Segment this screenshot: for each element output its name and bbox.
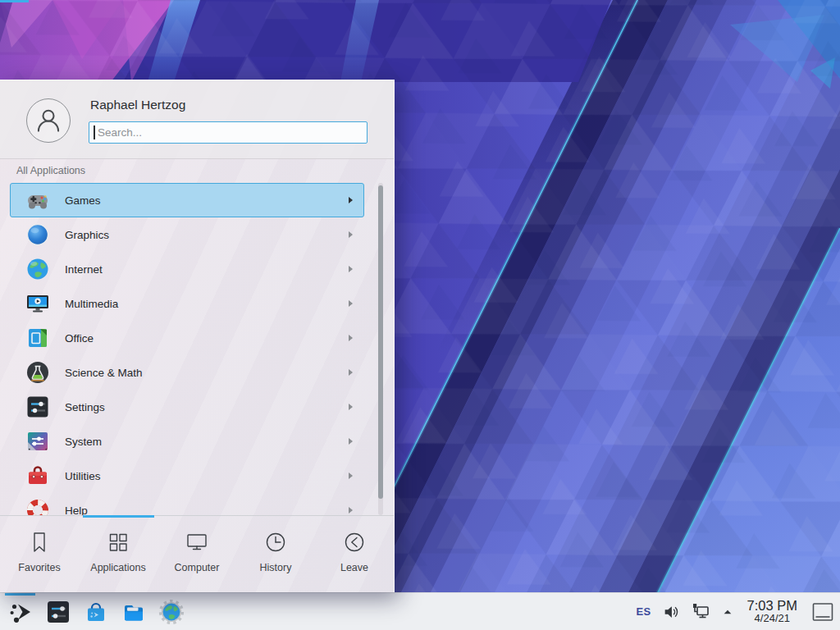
folder-icon	[121, 599, 147, 625]
category-item-games[interactable]: Games	[10, 183, 364, 217]
submenu-arrow-icon	[349, 404, 353, 410]
settings-app-icon	[45, 599, 71, 625]
submenu-arrow-icon	[349, 335, 353, 341]
expand-tray-icon[interactable]	[721, 605, 734, 619]
category-label: Graphics	[65, 229, 109, 241]
history-clock-icon	[263, 530, 288, 555]
category-label: Office	[65, 332, 94, 345]
tab-label: Computer	[175, 562, 220, 573]
launcher-header: Raphael Hertzog	[0, 80, 394, 159]
kickoff-launcher-button[interactable]	[7, 598, 34, 625]
category-label: Utilities	[65, 470, 101, 482]
submenu-arrow-icon	[349, 507, 353, 514]
browser-globe-gear-icon	[158, 599, 185, 625]
tab-favorites[interactable]: Favorites	[0, 516, 79, 593]
submenu-arrow-icon	[349, 300, 353, 307]
scrollbar-thumb[interactable]	[378, 185, 383, 499]
person-icon	[31, 103, 66, 138]
tab-history[interactable]: History	[236, 516, 315, 593]
category-item-multimedia[interactable]: Multimedia	[10, 286, 364, 321]
category-list: Games Graphics	[10, 183, 364, 515]
search-input[interactable]	[89, 121, 368, 144]
keyboard-layout-indicator[interactable]: ES	[637, 605, 651, 618]
tab-label: History	[260, 562, 292, 573]
sliders-icon	[25, 394, 51, 420]
category-label: Settings	[65, 401, 105, 413]
clock-date: 4/24/21	[755, 613, 790, 624]
user-name: Raphael Hertzog	[90, 98, 185, 112]
tab-label: Applications	[90, 562, 145, 573]
sphere-icon	[25, 221, 51, 248]
category-item-system[interactable]: System	[10, 424, 364, 459]
taskbar-panel: ES 7:03 PM 4/24/21	[0, 592, 840, 630]
category-item-science-math[interactable]: Science & Math	[10, 355, 364, 390]
discover-button[interactable]	[82, 598, 109, 625]
category-label: Help	[65, 504, 88, 516]
category-label: Internet	[65, 263, 103, 276]
category-label: Multimedia	[65, 298, 118, 310]
tab-applications[interactable]: Applications	[79, 516, 158, 593]
category-label: System	[65, 436, 102, 448]
computer-icon	[185, 530, 209, 555]
category-item-office[interactable]: Office	[10, 321, 364, 355]
system-settings-button[interactable]	[44, 598, 71, 625]
volume-icon[interactable]	[662, 603, 680, 621]
desktop: Raphael Hertzog All Applications	[0, 0, 840, 630]
leave-icon	[342, 530, 367, 555]
flask-icon	[25, 359, 51, 386]
kickoff-launcher-popup: Raphael Hertzog All Applications	[0, 80, 395, 592]
submenu-arrow-icon	[349, 438, 353, 445]
file-manager-button[interactable]	[120, 598, 147, 625]
category-item-help[interactable]: Help	[10, 493, 364, 515]
tab-computer[interactable]: Computer	[158, 516, 236, 593]
submenu-arrow-icon	[349, 369, 353, 376]
launcher-tab-bar: Favorites Applications Computer	[0, 515, 394, 593]
web-browser-button[interactable]	[158, 598, 185, 625]
submenu-arrow-icon	[349, 231, 353, 238]
toolbox-icon	[25, 463, 51, 489]
tab-label: Favorites	[18, 562, 60, 573]
text-caret	[94, 126, 95, 139]
user-avatar[interactable]	[26, 98, 71, 143]
gamepad-icon	[25, 187, 51, 213]
category-item-utilities[interactable]: Utilities	[10, 459, 364, 493]
kde-plasma-icon	[7, 599, 34, 625]
digital-clock[interactable]: 7:03 PM 4/24/21	[747, 599, 797, 625]
category-item-settings[interactable]: Settings	[10, 390, 364, 424]
active-task-indicator	[0, 0, 29, 2]
scrollbar[interactable]	[378, 183, 383, 515]
bookmark-icon	[27, 530, 52, 555]
lifebuoy-icon	[25, 497, 51, 515]
active-task-indicator	[5, 593, 35, 596]
category-item-internet[interactable]: Internet	[10, 252, 364, 286]
monitor-play-icon	[25, 290, 51, 317]
section-label: All Applications	[16, 165, 85, 176]
network-icon[interactable]	[691, 602, 710, 622]
show-desktop-icon	[810, 600, 835, 624]
category-label: Science & Math	[65, 367, 143, 379]
submenu-arrow-icon	[349, 472, 353, 479]
globe-icon	[25, 256, 51, 282]
discover-bag-icon	[83, 599, 109, 625]
submenu-arrow-icon	[349, 266, 353, 272]
system-tray: ES 7:03 PM 4/24/21	[637, 599, 835, 625]
system-sliders-icon	[25, 428, 51, 454]
category-item-graphics[interactable]: Graphics	[10, 217, 364, 252]
tab-label: Leave	[340, 562, 368, 573]
show-desktop-button[interactable]	[810, 600, 835, 624]
clock-time: 7:03 PM	[747, 599, 797, 614]
active-tab-indicator	[83, 515, 154, 518]
app-grid-icon	[106, 530, 130, 555]
category-label: Games	[65, 194, 101, 207]
document-icon	[25, 325, 51, 351]
submenu-arrow-icon	[349, 197, 353, 203]
tab-leave[interactable]: Leave	[315, 516, 394, 593]
